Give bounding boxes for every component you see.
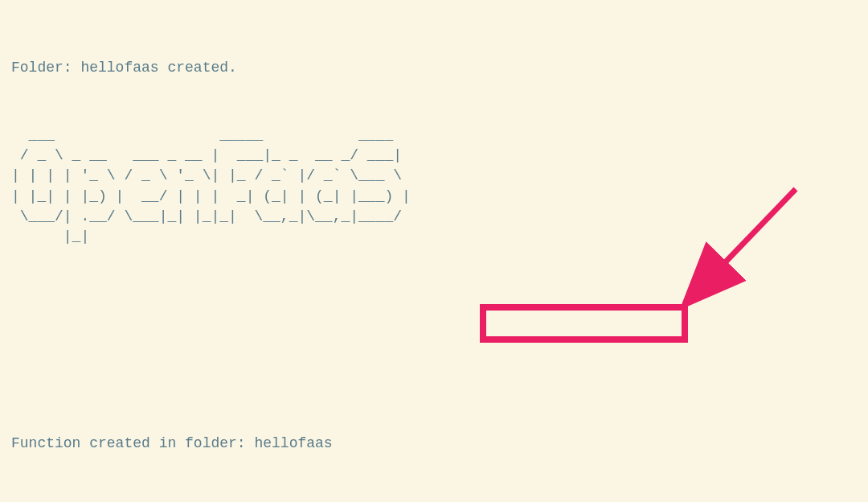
openfaas-ascii-logo: ___ _____ ____ / _ \ _ __ ___ _ __ | ___… xyxy=(11,126,857,247)
folder-created-line: Folder: hellofaas created. xyxy=(11,56,857,80)
blank-line xyxy=(11,294,857,317)
terminal-output: Folder: hellofaas created. ___ _____ ___… xyxy=(11,10,857,502)
function-created-line: Function created in folder: hellofaas xyxy=(11,432,857,455)
blank-line xyxy=(11,363,857,386)
